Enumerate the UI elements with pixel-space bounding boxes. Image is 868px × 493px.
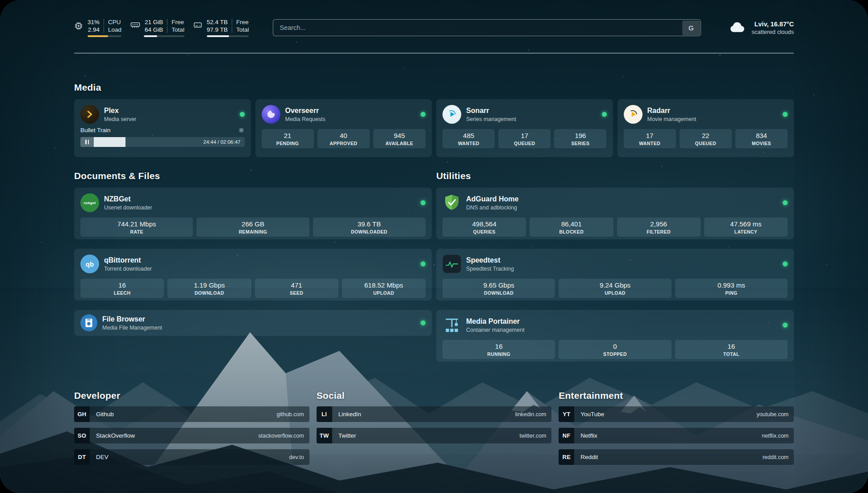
cpu-load: 2.94 <box>88 26 104 33</box>
link-reddit[interactable]: RE Reddit reddit.com <box>559 449 794 465</box>
section-title-documents: Documents & Files <box>74 171 432 181</box>
app-desc: Media File Management <box>102 325 162 331</box>
stat-box: 0 STOPPED <box>559 340 671 359</box>
stat-label: AVAILABLE <box>375 141 424 146</box>
stat-label: PING <box>677 290 786 296</box>
stat-box: 618.52 Mbps UPLOAD <box>342 279 426 298</box>
section-title-media: Media <box>74 82 794 93</box>
stat-value: 1.19 Gbps <box>169 281 249 289</box>
stat-box: 744.21 Mbps RATE <box>80 217 193 237</box>
gear-icon[interactable] <box>238 127 245 134</box>
link-name: LinkedIn <box>338 411 361 418</box>
status-dot <box>421 201 426 205</box>
card-sonarr[interactable]: Sonarr Series management 485 WANTED 17 Q… <box>436 99 613 157</box>
link-youtube[interactable]: YT YouTube youtube.com <box>559 406 794 422</box>
stat-box: 21 PENDING <box>262 129 314 148</box>
nzbget-icon-text: nzbget <box>84 201 96 205</box>
stat-box: 86,401 BLOCKED <box>530 217 613 237</box>
app-desc: Media server <box>104 116 136 122</box>
stat-label: TOTAL <box>677 351 786 357</box>
search-provider-button[interactable]: G <box>682 21 700 35</box>
hdd-icon <box>193 21 202 29</box>
stat-box: 17 WANTED <box>624 129 676 148</box>
status-dot <box>421 321 426 326</box>
stat-label: LATENCY <box>706 229 786 234</box>
weather-widget: Lviv, 16.87°C scattered clouds <box>729 20 794 35</box>
stat-value: 485 <box>444 132 493 139</box>
stat-value: 39.6 TB <box>315 220 424 228</box>
stat-box: 17 QUEUED <box>498 129 551 148</box>
status-dot <box>240 112 245 117</box>
card-speedtest[interactable]: Speedtest Speedtest Tracking 9.65 Gbps D… <box>436 249 794 301</box>
pause-button[interactable] <box>80 137 94 147</box>
link-netflix[interactable]: NF Netflix netflix.com <box>559 428 794 443</box>
app-name: Sonarr <box>466 107 516 115</box>
stat-label: FILTERED <box>619 229 699 234</box>
resource-widgets: 31% CPU 2.94 Load <box>74 19 249 37</box>
plex-progress[interactable]: 24:44 / 02:06:47 <box>80 137 245 147</box>
link-name: StackOverflow <box>96 432 135 439</box>
stat-box: 196 SERIES <box>554 129 606 148</box>
card-radarr[interactable]: Radarr Movie management 17 WANTED 22 QUE… <box>618 99 794 157</box>
card-filebrowser[interactable]: File Browser Media File Management <box>74 310 432 336</box>
plex-icon <box>80 105 99 124</box>
section-title-developer: Developer <box>74 390 309 401</box>
stat-value: 16 <box>444 343 553 350</box>
cpu-usage-fill <box>88 35 108 37</box>
memory-total-label: Total <box>167 26 184 33</box>
stat-box: 9.24 Gbps UPLOAD <box>559 279 671 298</box>
disk-usage-fill <box>207 35 229 37</box>
app-name: Plex <box>104 107 136 115</box>
app-name: NZBGet <box>104 195 152 203</box>
stat-label: REMAINING <box>198 229 307 234</box>
link-name: Reddit <box>580 454 598 460</box>
link-stackoverflow[interactable]: SO StackOverflow stackoverflow.com <box>74 428 309 443</box>
stat-label: WANTED <box>444 141 493 146</box>
netflix-badge-icon: NF <box>559 428 574 443</box>
link-url: dev.to <box>289 454 304 460</box>
app-name: Radarr <box>647 107 697 115</box>
stat-label: QUERIES <box>444 229 524 234</box>
memory-usage-fill <box>144 35 157 37</box>
card-qbittorrent[interactable]: qb qBittorrent Torrent downloader 16 <box>74 249 432 301</box>
stat-box: 485 WANTED <box>442 129 495 148</box>
weather-location: Lviv, 16.87°C <box>751 21 794 28</box>
stat-label: SERIES <box>556 141 605 146</box>
stat-label: DOWNLOADED <box>315 229 424 234</box>
stat-value: 86,401 <box>531 220 611 228</box>
cpu-icon <box>74 21 83 30</box>
utilities-column: Utilities <box>436 171 794 362</box>
stat-box: 945 AVAILABLE <box>373 129 426 148</box>
card-portainer[interactable]: Media Portainer Container management 16 … <box>436 310 794 362</box>
stat-value: 9.65 Gbps <box>444 281 553 289</box>
developer-column: Developer GH Github github.com SO StackO… <box>74 390 309 465</box>
stat-label: RUNNING <box>444 351 553 357</box>
stat-box: 2,956 FILTERED <box>617 217 701 237</box>
stat-label: QUEUED <box>500 141 549 146</box>
reddit-badge-icon: RE <box>559 449 574 465</box>
card-overseerr[interactable]: Overseerr Media Requests 21 PENDING 40 A… <box>255 99 432 157</box>
dashboard-screen: 31% CPU 2.94 Load <box>0 0 868 493</box>
stat-box: 39.6 TB DOWNLOADED <box>313 217 426 237</box>
card-adguard[interactable]: AdGuard Home DNS and adblocking 498,564 … <box>436 188 794 239</box>
card-plex[interactable]: Plex Media server Bullet Train <box>74 99 251 157</box>
disk-widget: 52.4 TB Free 97.9 TB Total <box>193 19 249 37</box>
link-name: YouTube <box>580 411 604 418</box>
link-url: linkedin.com <box>515 411 546 418</box>
stat-label: QUEUED <box>681 141 730 146</box>
link-url: stackoverflow.com <box>259 433 304 439</box>
search-input[interactable] <box>273 19 701 36</box>
link-dev[interactable]: DT DEV dev.to <box>74 449 309 465</box>
link-linkedin[interactable]: LI LinkedIn linkedin.com <box>317 406 552 422</box>
entertainment-column: Entertainment YT YouTube youtube.com NF … <box>559 390 794 465</box>
app-desc: Speedtest Tracking <box>466 266 514 272</box>
stat-value: 618.52 Mbps <box>344 281 424 289</box>
search-bar: G <box>273 19 701 36</box>
link-twitter[interactable]: TW Twitter twitter.com <box>317 428 552 443</box>
stat-label: DOWNLOAD <box>169 290 249 296</box>
disk-total: 97.9 TB <box>207 26 232 33</box>
link-github[interactable]: GH Github github.com <box>74 406 309 422</box>
app-desc: DNS and adblocking <box>466 205 518 211</box>
card-nzbget[interactable]: nzbget NZBGet Usenet downloader 744.21 M… <box>74 188 432 239</box>
app-desc: Usenet downloader <box>104 205 152 211</box>
